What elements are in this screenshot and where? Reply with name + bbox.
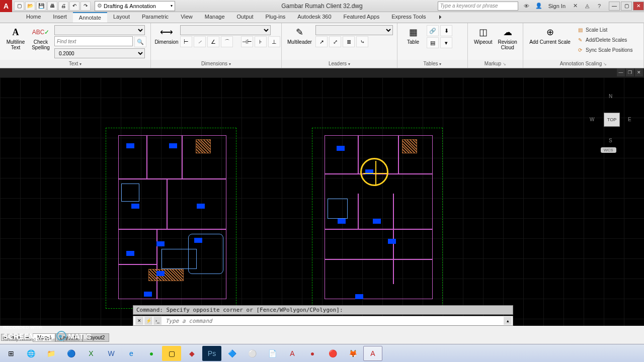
signin-label[interactable]: Sign In [548,3,566,9]
signin-icon[interactable]: 👤 [534,2,543,11]
stayconnected-icon[interactable]: ◬ [583,2,592,11]
cmd-recent-icon[interactable]: ⚡ [144,317,152,325]
model-canvas[interactable]: N E S W TOP WCS Command: Specify opposit… [0,77,644,326]
cmd-close-icon[interactable]: ✕ [135,317,143,325]
tab-insert[interactable]: Insert [47,12,73,23]
taskbar-ie-icon[interactable]: 🌐 [21,346,40,361]
taskbar-edge-icon[interactable]: e [122,346,141,361]
taskbar-sticky-icon[interactable]: ▢ [162,346,181,361]
dim-baseline-icon[interactable]: ⊦ [255,36,267,47]
tab-autodesk360[interactable]: Autodesk 360 [291,12,337,23]
extract-data-icon[interactable]: ▤ [427,37,439,48]
qat-plot-icon[interactable]: 🖨 [58,2,68,11]
tab-manage[interactable]: Manage [199,12,231,23]
leader-style-select[interactable] [315,25,393,35]
cmd-prompt-icon[interactable]: ›_ [153,317,162,325]
panel-dimensions-title[interactable]: Dimensions [151,60,281,68]
dim-ordinate-icon[interactable]: ⊥ [268,36,280,47]
download-icon[interactable]: ⬇ [440,25,452,36]
qat-undo-icon[interactable]: ↶ [69,2,79,11]
taskbar-app6-icon[interactable]: 📄 [263,346,282,361]
taskbar-acad-active-icon[interactable]: A [363,346,382,361]
tab-parametric[interactable]: Parametric [136,12,175,23]
drawing-close-button[interactable]: ✕ [635,68,643,76]
wcs-badge[interactable]: WCS [601,147,616,153]
drawing-min-button[interactable]: — [617,68,625,76]
command-input[interactable] [164,318,504,324]
dim-linear-icon[interactable]: ⊢ [180,36,192,47]
maximize-button[interactable]: ▢ [621,2,632,11]
viewcube-n[interactable]: N [609,94,612,99]
scale-list-button[interactable]: ▤Scale List [575,25,634,34]
taskbar-explorer-icon[interactable]: 📁 [41,346,60,361]
leader-collect-icon[interactable]: ⤷ [356,36,368,47]
start-button[interactable]: ⊞ [2,346,20,361]
dimension-button[interactable]: ⟷ Dimension [155,25,178,46]
taskbar-ps-icon[interactable]: Ps [202,346,221,361]
panel-markup-title[interactable]: Markup [468,60,523,68]
taskbar-app2-icon[interactable]: ● [142,346,161,361]
taskbar-app1-icon[interactable]: 🔵 [61,346,80,361]
taskbar-firefox-icon[interactable]: 🦊 [343,346,362,361]
add-current-scale-button[interactable]: ⊕ Add Current Scale [527,25,573,46]
dim-arc-icon[interactable]: ⌒ [221,36,233,47]
cmd-expand-icon[interactable]: ▴ [504,317,512,325]
tab-layout[interactable]: Layout [107,12,136,23]
add-delete-scales-button[interactable]: ✎Add/Delete Scales [575,35,634,44]
dim-angular-icon[interactable]: ∠ [207,36,219,47]
qat-redo-icon[interactable]: ↷ [80,2,91,11]
dim-aligned-icon[interactable]: ⟋ [194,36,206,47]
taskbar-acad-icon[interactable]: A [283,346,302,361]
taskbar-excel-icon[interactable]: X [82,346,101,361]
multileader-button[interactable]: ✎ Multileader [286,25,313,46]
exchange-icon[interactable]: ✕ [571,2,580,11]
panel-text-title[interactable]: Text [0,60,150,68]
qat-new-icon[interactable]: ▢ [14,2,24,11]
drawing-restore-button[interactable]: ❐ [626,68,634,76]
help-icon[interactable]: ? [595,2,604,11]
panel-leaders-title[interactable]: Leaders [282,60,397,68]
tab-output[interactable]: Output [231,12,260,23]
minimize-button[interactable]: — [609,2,620,11]
dim-continue-icon[interactable]: ⊣⊢ [241,36,253,47]
taskbar-app5-icon[interactable]: ⚪ [243,346,262,361]
text-height-select[interactable]: 0.2000 [54,48,145,58]
ribbon-options-icon[interactable]: ⏵ [432,12,449,23]
taskbar-chrome-icon[interactable]: 🔴 [323,346,342,361]
dim-style-select[interactable] [180,25,271,35]
close-button[interactable]: ✕ [633,2,644,11]
qat-saveas-icon[interactable]: 🖶 [47,2,57,11]
viewcube-top[interactable]: TOP [604,113,620,127]
sync-scale-positions-button[interactable]: ⟳Sync Scale Positions [575,45,634,54]
taskbar-app7-icon[interactable]: ● [303,346,322,361]
tab-featuredapps[interactable]: Featured Apps [338,12,386,23]
wipeout-button[interactable]: ◫ Wipeout [472,25,495,46]
tab-home[interactable]: Home [20,12,47,23]
tab-annotate[interactable]: Annotate [73,12,107,23]
text-style-select[interactable] [54,25,145,35]
tab-expresstools[interactable]: Express Tools [385,12,432,23]
viewcube-e[interactable]: E [628,117,631,122]
app-logo[interactable]: A [0,0,12,12]
viewcube[interactable]: N E S W TOP WCS [589,93,634,148]
viewcube-w[interactable]: W [590,117,594,122]
leader-add-icon[interactable]: ➚ [315,36,328,47]
panel-anno-title[interactable]: Annotation Scaling [523,60,643,68]
viewcube-s[interactable]: S [609,138,612,143]
find-text-input[interactable] [54,36,133,46]
tab-plugins[interactable]: Plug-ins [260,12,292,23]
workspace-selector[interactable]: ⚙ Drafting & Annotation ▾ [95,1,175,11]
search-input[interactable]: Type a keyword or phrase [438,2,518,11]
table-button[interactable]: ▦ Table [401,25,425,46]
table-style-icon[interactable]: ▾ [440,37,452,48]
taskbar-app4-icon[interactable]: 🔷 [222,346,242,361]
leader-remove-icon[interactable]: ⤢ [329,36,341,47]
infocenter-icon[interactable]: 👁 [522,2,531,11]
qat-open-icon[interactable]: 📂 [25,2,35,11]
taskbar-word-icon[interactable]: W [102,346,121,361]
qat-save-icon[interactable]: 💾 [36,2,46,11]
find-icon[interactable]: 🔍 [134,36,146,47]
link-data-icon[interactable]: 🔗 [427,25,439,36]
panel-tables-title[interactable]: Tables [397,60,467,68]
revision-cloud-button[interactable]: ☁ Revision Cloud [497,25,519,51]
